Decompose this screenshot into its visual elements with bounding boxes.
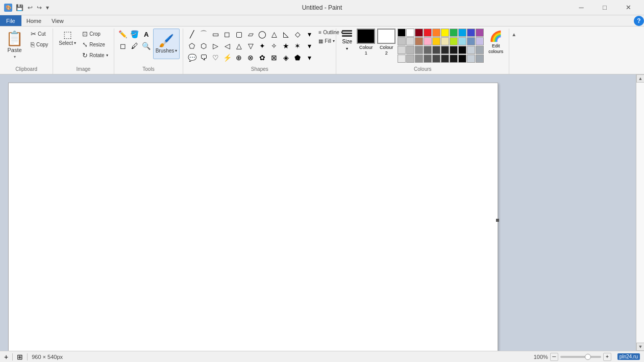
ribbon-collapse-button[interactable]: ▲: [510, 31, 517, 38]
swatch-e7[interactable]: [450, 55, 458, 63]
swatch-gray1[interactable]: [398, 46, 406, 54]
shape-lightning[interactable]: ⚡: [221, 52, 233, 63]
canvas-scroll[interactable]: [0, 74, 636, 351]
pick-color-tool[interactable]: 🖊: [129, 40, 140, 51]
brushes-button[interactable]: 🖌️ Brushes ▾: [153, 29, 180, 59]
swatch-e6[interactable]: [441, 55, 449, 63]
eraser-tool[interactable]: ◻: [117, 40, 129, 51]
shape-custom3[interactable]: ✿: [257, 52, 268, 63]
canvas-properties-button[interactable]: ⊞: [17, 353, 23, 361]
swatch-e10[interactable]: [476, 55, 484, 63]
magnify-tool[interactable]: 🔍: [141, 40, 152, 51]
swatch-yellow[interactable]: [441, 29, 449, 37]
swatch-blue[interactable]: [458, 29, 466, 37]
menu-home[interactable]: Home: [21, 15, 46, 26]
shape-hexagon[interactable]: ⬡: [198, 40, 209, 51]
shape-rect2[interactable]: ◻: [221, 29, 233, 40]
crop-button[interactable]: ⊡ Crop: [80, 29, 110, 39]
swatch-sky[interactable]: [458, 37, 466, 45]
minimize-button[interactable]: ─: [569, 0, 593, 15]
text-tool[interactable]: A: [141, 29, 152, 40]
menu-view[interactable]: View: [46, 15, 69, 26]
cut-button[interactable]: ✂ Cut: [28, 29, 51, 39]
paste-dropdown-btn[interactable]: ▾: [12, 55, 18, 59]
shape-line[interactable]: ╱: [186, 29, 197, 40]
shapes-more[interactable]: ▾: [304, 29, 315, 40]
swatch-brown[interactable]: [415, 37, 423, 45]
scroll-down-button[interactable]: ▼: [636, 343, 644, 351]
swatch-e5[interactable]: [432, 55, 440, 63]
swatch-gray8[interactable]: [458, 46, 466, 54]
shape-triangle[interactable]: △: [268, 29, 280, 40]
menu-file[interactable]: File: [0, 15, 21, 26]
shapes-more2[interactable]: ▾: [304, 40, 315, 51]
shape-heart[interactable]: ♡: [210, 52, 221, 63]
colour1-preview[interactable]: [357, 29, 375, 44]
shape-custom5[interactable]: ◈: [280, 52, 291, 63]
shape-custom6[interactable]: ⬟: [292, 52, 303, 63]
shape-custom1[interactable]: ⊕: [233, 52, 244, 63]
shape-star4[interactable]: ✧: [268, 40, 280, 51]
canvas-handle-right[interactable]: [496, 219, 499, 222]
shapes-more3[interactable]: ▾: [304, 52, 315, 63]
swatch-ltgray[interactable]: [398, 37, 406, 45]
select-button[interactable]: ⬚ Select ▾: [56, 29, 79, 47]
swatch-orange[interactable]: [432, 29, 440, 37]
swatch-gray6[interactable]: [441, 46, 449, 54]
shape-star6[interactable]: ✶: [292, 40, 303, 51]
help-button[interactable]: ?: [634, 16, 644, 26]
swatch-e3[interactable]: [415, 55, 423, 63]
swatch-gray5[interactable]: [432, 46, 440, 54]
undo-quick-btn[interactable]: ↩: [26, 3, 34, 12]
swatch-bluegray2[interactable]: [476, 46, 484, 54]
zoom-in-button[interactable]: +: [603, 353, 611, 361]
paste-button[interactable]: 📋 Paste: [2, 29, 27, 55]
zoom-thumb[interactable]: [585, 354, 591, 360]
shape-callout1[interactable]: 💬: [186, 52, 197, 63]
rotate-button[interactable]: ↻ Rotate ▾: [80, 50, 110, 60]
zoom-slider[interactable]: [560, 356, 601, 358]
scroll-up-button[interactable]: ▲: [636, 74, 644, 83]
drawing-canvas[interactable]: [8, 83, 498, 351]
add-object-button[interactable]: +: [4, 353, 8, 361]
shape-4way-arrow[interactable]: ✦: [257, 40, 268, 51]
swatch-gray7[interactable]: [450, 46, 458, 54]
shape-custom2[interactable]: ⊗: [245, 52, 256, 63]
swatch-gray3[interactable]: [415, 46, 423, 54]
swatch-slate[interactable]: [467, 37, 475, 45]
shape-callout2[interactable]: 🗨: [198, 52, 209, 63]
fill-tool[interactable]: 🪣: [129, 29, 140, 40]
swatch-bluegray1[interactable]: [467, 46, 475, 54]
swatch-e9[interactable]: [467, 55, 475, 63]
shape-diamond[interactable]: ◇: [292, 29, 303, 40]
shape-right-tri[interactable]: ◺: [280, 29, 291, 40]
swatch-e1[interactable]: [398, 55, 406, 63]
shape-polygon[interactable]: ▱: [245, 29, 256, 40]
shape-ellipse[interactable]: ◯: [257, 29, 268, 40]
copy-button[interactable]: ⎘ Copy: [28, 39, 51, 49]
shape-star5[interactable]: ★: [280, 40, 291, 51]
shape-curve[interactable]: ⌒: [198, 29, 209, 40]
zoom-out-button[interactable]: ─: [550, 353, 558, 361]
colour2-preview[interactable]: [377, 29, 395, 44]
swatch-purple[interactable]: [476, 29, 484, 37]
swatch-red[interactable]: [424, 29, 432, 37]
swatch-gray2[interactable]: [406, 46, 414, 54]
scroll-track-v[interactable]: [636, 83, 644, 343]
swatch-darkred[interactable]: [415, 29, 423, 37]
swatch-gold[interactable]: [432, 37, 440, 45]
swatch-lime[interactable]: [450, 37, 458, 45]
shape-rect[interactable]: ▭: [210, 29, 221, 40]
quick-access-dropdown-btn[interactable]: ▾: [44, 3, 51, 12]
swatch-black[interactable]: [398, 29, 406, 37]
shape-pentagon[interactable]: ⬠: [186, 40, 197, 51]
shape-round-rect[interactable]: ▢: [233, 29, 244, 40]
redo-quick-btn[interactable]: ↪: [35, 3, 43, 12]
shape-up-arrow[interactable]: △: [233, 40, 244, 51]
shape-right-arrow[interactable]: ▷: [210, 40, 221, 51]
close-button[interactable]: ✕: [616, 0, 640, 15]
resize-button[interactable]: ⤡ Resize: [80, 39, 110, 49]
swatch-cream[interactable]: [441, 37, 449, 45]
swatch-pink[interactable]: [424, 37, 432, 45]
swatch-indigo[interactable]: [467, 29, 475, 37]
